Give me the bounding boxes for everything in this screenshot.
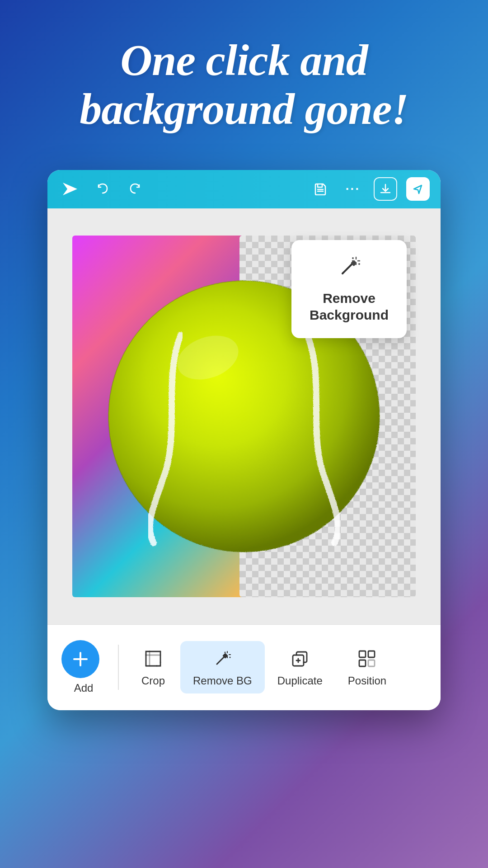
app-mockup: ···: [47, 170, 441, 710]
save-button[interactable]: [309, 177, 332, 201]
svg-rect-36: [368, 660, 375, 666]
svg-line-22: [217, 656, 225, 664]
svg-rect-33: [359, 651, 366, 657]
download-button[interactable]: [374, 177, 397, 201]
app-logo: [58, 177, 82, 201]
magic-wand-icon: [336, 255, 361, 283]
duplicate-button[interactable]: Duplicate: [265, 641, 335, 693]
image-editor: Remove Background: [72, 226, 416, 606]
add-label: Add: [74, 682, 94, 694]
svg-point-12: [358, 263, 360, 265]
position-button[interactable]: Position: [335, 641, 399, 693]
crop-button[interactable]: Crop: [126, 641, 180, 693]
svg-marker-0: [63, 183, 77, 195]
bottom-toolbar: Add Crop: [47, 624, 441, 710]
hero-heading: One click and background gone!: [52, 36, 435, 134]
duplicate-label: Duplicate: [277, 675, 323, 687]
crop-label: Crop: [141, 675, 165, 687]
remove-bg-button[interactable]: Remove BG: [180, 641, 265, 693]
svg-rect-34: [368, 651, 375, 657]
remove-bg-label: Remove BG: [193, 675, 252, 687]
popup-remove-bg-text: Remove Background: [310, 290, 389, 324]
publish-button[interactable]: [406, 177, 430, 201]
canvas-area: Remove Background: [47, 208, 441, 624]
svg-point-11: [352, 257, 354, 259]
svg-point-29: [230, 657, 231, 658]
svg-line-5: [343, 263, 353, 274]
crop-icon: [142, 647, 164, 670]
app-toolbar: ···: [47, 170, 441, 208]
remove-bg-icon: [211, 647, 234, 670]
undo-button[interactable]: [91, 177, 114, 201]
more-button[interactable]: ···: [341, 177, 365, 201]
svg-rect-35: [359, 660, 366, 666]
redo-button[interactable]: [123, 177, 147, 201]
position-icon: [356, 647, 378, 670]
duplicate-icon: [289, 647, 311, 670]
remove-background-popup[interactable]: Remove Background: [291, 240, 407, 338]
svg-point-28: [225, 652, 226, 653]
add-button[interactable]: [61, 640, 99, 678]
position-label: Position: [348, 675, 386, 687]
add-button-group: Add: [56, 640, 111, 694]
toolbar-divider: [118, 645, 119, 690]
svg-line-15: [146, 651, 160, 666]
